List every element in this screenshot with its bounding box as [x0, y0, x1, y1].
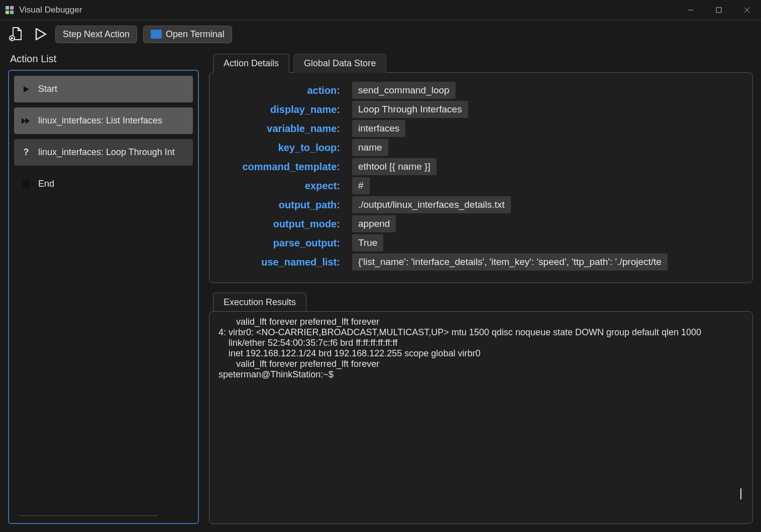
qmark-icon: ?	[21, 148, 31, 158]
detail-key: output_path:	[220, 199, 340, 211]
detail-key: command_template:	[220, 161, 340, 173]
action-item[interactable]: ?linux_interfaces: Loop Through Int	[14, 139, 193, 166]
detail-value: ethtool [{ name }]	[352, 158, 437, 175]
window-controls	[677, 0, 761, 20]
svg-rect-1	[10, 6, 14, 10]
action-item[interactable]: Start	[14, 76, 193, 102]
maximize-button[interactable]	[705, 0, 733, 20]
action-item-label: End	[38, 179, 54, 189]
ff-icon	[21, 116, 31, 126]
detail-value: {'list_name': 'interface_details', 'item…	[352, 253, 668, 271]
action-item[interactable]: End	[14, 171, 193, 197]
svg-rect-0	[6, 6, 9, 10]
execution-results-pane[interactable]: valid_lft forever preferred_lft forever …	[209, 311, 753, 524]
action-list-panel: Action List Startlinux_interfaces: List …	[8, 53, 199, 524]
action-item[interactable]: linux_interfaces: List Interfaces	[14, 107, 193, 134]
detail-row: command_template:ethtool [{ name }]	[220, 158, 742, 175]
detail-row: display_name:Loop Through Interfaces	[220, 101, 742, 118]
detail-row: key_to_loop:name	[220, 139, 742, 156]
open-file-button[interactable]	[7, 25, 25, 43]
detail-value: ./output/linux_interfaces_details.txt	[352, 196, 511, 213]
svg-rect-2	[6, 11, 9, 14]
detail-row: parse_output:True	[220, 234, 742, 251]
detail-key: output_mode:	[220, 218, 340, 230]
action-details-pane: action:send_command_loopdisplay_name:Loo…	[209, 72, 753, 283]
titlebar: Visual Debugger	[0, 0, 761, 20]
open-terminal-button[interactable]: Open Terminal	[143, 26, 232, 43]
detail-value: True	[352, 234, 383, 251]
detail-value: interfaces	[352, 120, 405, 137]
play-icon	[21, 84, 31, 94]
details-block: Action Details Global Data Store action:…	[209, 53, 753, 283]
window-title: Visual Debugger	[19, 5, 82, 15]
run-button[interactable]	[31, 25, 49, 43]
detail-row: output_mode:append	[220, 215, 742, 232]
detail-value: append	[352, 215, 396, 232]
detail-value: Loop Through Interfaces	[352, 101, 468, 118]
detail-row: use_named_list:{'list_name': 'interface_…	[220, 253, 742, 271]
detail-row: variable_name:interfaces	[220, 120, 742, 137]
detail-row: expect:#	[220, 177, 742, 194]
detail-value: #	[352, 177, 370, 194]
detail-row: action:send_command_loop	[220, 82, 742, 99]
app-icon	[5, 6, 14, 15]
detail-key: use_named_list:	[220, 256, 340, 268]
tab-execution-results[interactable]: Execution Results	[213, 293, 306, 312]
close-button[interactable]	[733, 0, 761, 20]
action-item-label: Start	[38, 84, 57, 94]
detail-key: parse_output:	[220, 237, 340, 249]
detail-key: display_name:	[220, 104, 340, 115]
text-cursor	[740, 488, 741, 499]
svg-rect-13	[23, 181, 30, 188]
detail-row: output_path:./output/linux_interfaces_de…	[220, 196, 742, 213]
detail-value: name	[352, 139, 388, 156]
detail-key: action:	[220, 85, 340, 96]
step-next-action-button[interactable]: Step Next Action	[55, 26, 137, 43]
execution-output-text: valid_lft forever preferred_lft forever …	[219, 317, 701, 379]
tab-global-data-store[interactable]: Global Data Store	[293, 54, 386, 73]
terminal-icon	[151, 30, 162, 39]
svg-marker-9	[36, 29, 46, 40]
svg-marker-10	[24, 86, 29, 92]
execution-block: Execution Results valid_lft forever pref…	[209, 292, 753, 524]
svg-rect-3	[10, 11, 14, 14]
action-item-label: linux_interfaces: Loop Through Int	[38, 147, 175, 158]
detail-value: send_command_loop	[352, 82, 456, 99]
open-terminal-label: Open Terminal	[166, 29, 225, 40]
action-list[interactable]: Startlinux_interfaces: List Interfaces?l…	[8, 70, 199, 524]
step-next-action-label: Step Next Action	[63, 29, 130, 40]
toolbar: Step Next Action Open Terminal	[0, 20, 761, 48]
detail-key: expect:	[220, 180, 340, 192]
stop-icon	[21, 179, 31, 189]
action-list-title: Action List	[8, 53, 199, 65]
minimize-button[interactable]	[677, 0, 705, 20]
action-item-label: linux_interfaces: List Interfaces	[38, 115, 162, 126]
svg-rect-5	[716, 8, 721, 13]
svg-marker-12	[26, 118, 30, 124]
detail-key: variable_name:	[220, 123, 340, 135]
tab-action-details[interactable]: Action Details	[213, 54, 289, 73]
svg-marker-11	[22, 118, 26, 124]
detail-key: key_to_loop:	[220, 142, 340, 154]
